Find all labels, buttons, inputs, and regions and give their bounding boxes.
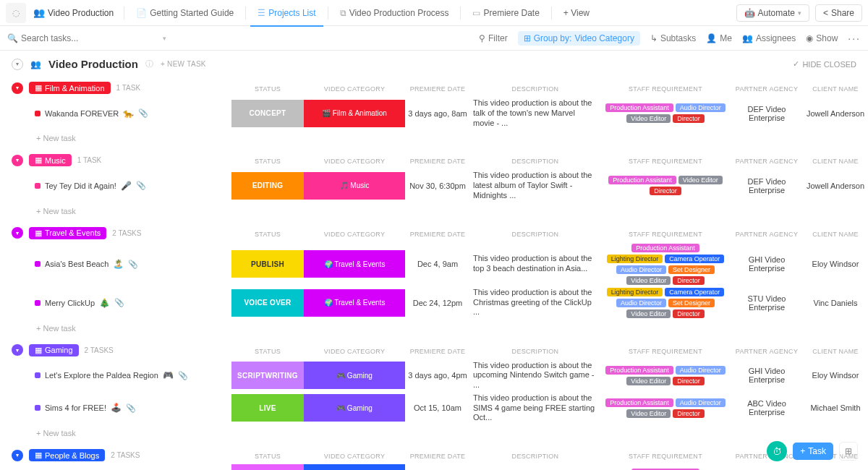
attachment-icon[interactable]: 📎 xyxy=(126,403,136,413)
staff-tag[interactable]: Lighting Director xyxy=(607,288,663,296)
client-cell[interactable]: Michael Smith xyxy=(803,402,868,414)
task-name-cell[interactable]: Merry ClickUp🎄📎 xyxy=(32,296,231,309)
staff-tag[interactable]: Director xyxy=(673,114,705,123)
staff-tag[interactable]: Director xyxy=(673,377,705,385)
column-header[interactable]: STATUS xyxy=(231,451,304,461)
staff-tag[interactable]: Camera Operator xyxy=(665,288,724,296)
staff-tag[interactable]: Director xyxy=(650,187,681,195)
column-header[interactable]: STATUS xyxy=(231,346,304,356)
group-pill[interactable]: ▦Film & Animation xyxy=(29,82,111,94)
attachment-icon[interactable]: 📎 xyxy=(136,181,146,190)
status-cell[interactable]: CONCEPT xyxy=(231,100,304,127)
staff-tag[interactable]: Production Assistant xyxy=(608,176,676,184)
column-header[interactable]: CLIENT NAME xyxy=(803,84,868,94)
group-collapse-button[interactable]: ▾ xyxy=(12,344,23,356)
column-header[interactable]: STAFF REQUIREMENT xyxy=(600,84,731,94)
status-cell[interactable]: LIVE xyxy=(231,394,304,422)
status-cell[interactable] xyxy=(231,464,304,470)
status-cell[interactable]: EDITING xyxy=(231,172,304,200)
task-row[interactable]: Wakanda FOREVER🐆📎CONCEPT🎬 Film & Animati… xyxy=(32,97,868,129)
staff-tag[interactable]: Director xyxy=(673,276,705,285)
more-menu[interactable]: ··· xyxy=(848,33,861,44)
column-header[interactable]: STAFF REQUIREMENT xyxy=(600,156,731,166)
tab-getting-started[interactable]: 📄 Getting Started Guide xyxy=(129,5,241,21)
share-button[interactable]: < Share xyxy=(815,4,862,22)
filter-button[interactable]: ⚲ Filter xyxy=(479,33,508,43)
attachment-icon[interactable]: 📎 xyxy=(114,298,124,307)
partner-cell[interactable]: DEF Video Enterprise xyxy=(731,103,803,124)
column-header[interactable]: DESCRIPTION xyxy=(470,451,600,461)
group-by-button[interactable]: ⊞ Group by: Video Category xyxy=(518,31,640,46)
column-header[interactable]: DESCRIPTION xyxy=(470,229,600,239)
new-task-floating-button[interactable]: + Task xyxy=(793,443,833,460)
staff-cell[interactable]: Production AssistantAudio DirectorVideo … xyxy=(600,397,731,419)
task-name-cell[interactable]: Tey Tey Did it Again!🎤📎 xyxy=(32,179,231,192)
task-row[interactable]: 📎Production AssistantLighting Director xyxy=(32,464,868,470)
partner-cell[interactable]: GHI Video Enterprise xyxy=(731,254,803,274)
column-header[interactable]: VIDEO CATEGORY xyxy=(304,229,405,239)
column-header[interactable]: VIDEO CATEGORY xyxy=(304,451,405,461)
hide-closed-button[interactable]: ✓ HIDE CLOSED xyxy=(793,59,856,69)
category-cell[interactable] xyxy=(304,464,405,470)
add-view-button[interactable]: + View xyxy=(556,5,597,21)
task-name-cell[interactable]: Wakanda FOREVER🐆📎 xyxy=(32,107,231,120)
show-button[interactable]: ◉ Show xyxy=(806,33,838,43)
staff-tag[interactable]: Set Designer xyxy=(668,265,715,274)
search-input[interactable] xyxy=(21,33,160,43)
column-header[interactable]: VIDEO CATEGORY xyxy=(304,84,405,94)
group-pill[interactable]: ▦Music xyxy=(29,154,72,166)
task-name-cell[interactable]: Sims 4 for FREE!🕹️📎 xyxy=(32,401,231,414)
client-cell[interactable]: Jowell Anderson xyxy=(803,180,868,192)
group-collapse-button[interactable]: ▾ xyxy=(12,82,23,94)
column-header[interactable]: PREMIERE DATE xyxy=(405,451,470,461)
staff-tag[interactable]: Audio Director xyxy=(676,398,726,407)
column-header[interactable]: DESCRIPTION xyxy=(470,84,600,94)
column-header[interactable]: STAFF REQUIREMENT xyxy=(600,346,731,356)
staff-tag[interactable]: Video Editor xyxy=(678,176,723,184)
column-header[interactable]: STATUS xyxy=(231,229,304,239)
status-cell[interactable]: VOICE OVER xyxy=(231,289,304,317)
staff-tag[interactable]: Audio Director xyxy=(676,103,726,112)
home-button[interactable]: ◌ xyxy=(6,3,26,23)
staff-tag[interactable]: Audio Director xyxy=(616,265,666,274)
task-row[interactable]: Tey Tey Did it Again!🎤📎EDITING🎵 MusicNov… xyxy=(32,169,868,202)
tab-premiere-date[interactable]: ▭ Premiere Date xyxy=(465,5,546,21)
staff-tag[interactable]: Video Editor xyxy=(626,276,671,285)
column-header[interactable]: STAFF REQUIREMENT xyxy=(600,451,731,461)
client-cell[interactable]: Eloy Windsor xyxy=(803,258,868,270)
new-task-header-button[interactable]: + NEW TASK xyxy=(161,60,206,68)
partner-cell[interactable]: STU Video Enterprise xyxy=(731,293,803,313)
new-task-row-button[interactable]: + New task xyxy=(12,202,868,221)
attachment-icon[interactable]: 📎 xyxy=(128,260,138,269)
staff-cell[interactable]: Production AssistantLighting Director xyxy=(600,467,731,471)
tab-video-process[interactable]: ⧉ Video Production Process xyxy=(333,5,456,21)
column-header[interactable]: CLIENT NAME xyxy=(803,346,868,356)
column-header[interactable]: STAFF REQUIREMENT xyxy=(600,229,731,239)
automate-button[interactable]: 🤖 Automate ▾ xyxy=(736,4,809,22)
task-row[interactable]: Asia's Best Beach🏝️📎PUBLISH🌍 Travel & Ev… xyxy=(32,242,868,286)
column-header[interactable]: PARTNER AGENCY xyxy=(731,84,803,94)
subtasks-button[interactable]: ↳ Subtasks xyxy=(650,33,696,43)
group-pill[interactable]: ▦Travel & Events xyxy=(29,227,106,239)
column-header[interactable]: STATUS xyxy=(231,84,304,94)
premiere-date-cell[interactable]: 3 days ago, 4pm xyxy=(405,369,470,381)
attachment-icon[interactable]: 📎 xyxy=(178,371,188,380)
staff-tag[interactable]: Audio Director xyxy=(676,366,726,375)
column-header[interactable]: PARTNER AGENCY xyxy=(731,156,803,166)
client-cell[interactable]: Vinc Daniels xyxy=(803,297,868,309)
staff-tag[interactable]: Video Editor xyxy=(626,309,671,318)
premiere-date-cell[interactable]: Dec 4, 9am xyxy=(405,258,470,270)
staff-tag[interactable]: Video Editor xyxy=(626,114,671,123)
new-task-row-button[interactable]: + New task xyxy=(12,129,868,148)
search-box[interactable]: 🔍 ▾ xyxy=(7,33,166,43)
task-row[interactable]: Merry ClickUp🎄📎VOICE OVER🌍 Travel & Even… xyxy=(32,286,868,320)
column-header[interactable]: PREMIERE DATE xyxy=(405,346,470,356)
chevron-down-icon[interactable]: ▾ xyxy=(163,35,166,42)
description-cell[interactable]: This video production is about the lates… xyxy=(470,169,600,202)
group-collapse-button[interactable]: ▾ xyxy=(12,155,23,166)
staff-cell[interactable]: Production AssistantAudio DirectorVideo … xyxy=(600,102,731,124)
description-cell[interactable]: This video production is about the upcom… xyxy=(470,359,600,392)
column-header[interactable]: PREMIERE DATE xyxy=(405,229,470,239)
column-header[interactable]: PREMIERE DATE xyxy=(405,84,470,94)
group-pill[interactable]: ▦Gaming xyxy=(29,344,79,356)
